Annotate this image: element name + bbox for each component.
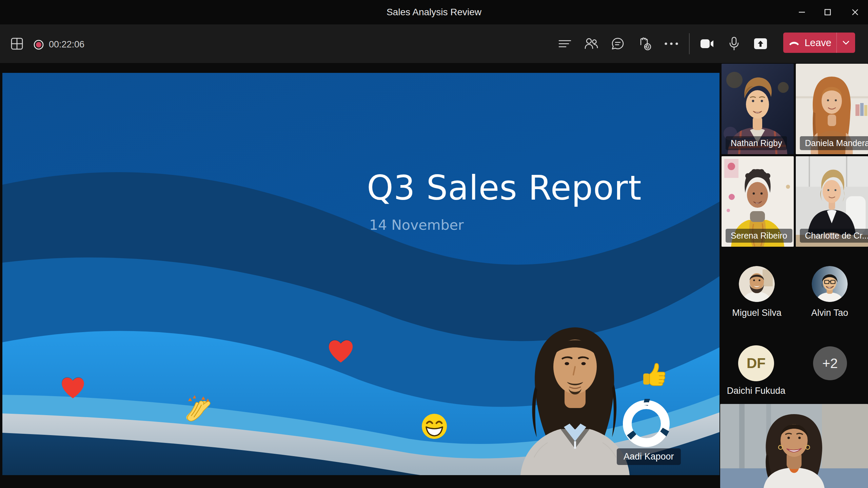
company-logo (621, 398, 672, 449)
avatar-photo (812, 266, 848, 302)
participant-name-label: Daniela Mandera (800, 136, 868, 150)
avatar-initials: DF (747, 355, 766, 371)
meeting-toolbar: 00:22:06 (0, 24, 868, 63)
leave-main[interactable]: Leave (783, 33, 836, 53)
more-options-button[interactable] (662, 34, 681, 54)
reactions-icon (637, 37, 652, 51)
reactions-button[interactable] (635, 34, 654, 54)
clap-reaction-icon (183, 394, 213, 423)
presenter-name-label: Aadi Kapoor (617, 448, 681, 465)
chat-icon (611, 37, 625, 51)
maximize-icon (824, 8, 831, 16)
recording-timer: 00:22:06 (49, 39, 84, 50)
minimize-icon (798, 8, 806, 16)
heart-reaction-icon (327, 337, 355, 365)
heart-reaction-icon (60, 375, 86, 400)
avatar-photo (739, 266, 775, 302)
overflow-count: +2 (822, 356, 838, 371)
participant-name-label: Serena Ribeiro (726, 229, 792, 243)
microphone-icon (728, 36, 740, 51)
microphone-button[interactable] (725, 34, 744, 54)
avatar-name-label: Daichi Fukuda (726, 386, 787, 396)
avatar-name-label: Alvin Tao (805, 308, 854, 318)
notes-icon (558, 37, 572, 50)
more-icon (664, 42, 679, 46)
close-button[interactable] (844, 0, 866, 24)
video-tile-nathan[interactable]: Nathan Rigby (722, 64, 794, 154)
video-tile-charlotte[interactable]: Charlotte de Cr... (796, 156, 868, 247)
notes-button[interactable] (555, 34, 574, 54)
participant-name-label: Nathan Rigby (726, 136, 787, 150)
chevron-down-icon (843, 41, 849, 45)
teams-meeting-window: Sales Analysis Review 00:22:06 (0, 0, 868, 488)
avatar-alvin[interactable] (812, 266, 848, 302)
participant-name-label: Charlotte de Cr... (800, 229, 868, 243)
avatar-name-label: Miguel Silva (732, 308, 782, 318)
recording-indicator (33, 39, 45, 52)
slide-date: 14 November (369, 217, 464, 233)
leave-options-button[interactable] (837, 33, 855, 53)
overflow-participants-badge[interactable]: +2 (813, 346, 847, 380)
close-icon (851, 8, 859, 16)
camera-button[interactable] (698, 34, 717, 54)
people-icon (584, 37, 599, 50)
video-tile-daniela[interactable]: Daniela Mandera (796, 64, 868, 154)
grinning-face-reaction-icon (421, 413, 448, 440)
toolbar-divider (689, 33, 690, 54)
window-title: Sales Analysis Review (0, 0, 868, 24)
minimize-button[interactable] (791, 0, 813, 24)
video-tile-serena[interactable]: Serena Ribeiro (722, 156, 794, 247)
camera-icon (699, 38, 715, 50)
shared-presentation-slide[interactable]: Q3 Sales Report 14 November (2, 73, 719, 475)
chat-button[interactable] (608, 34, 627, 54)
avatar-miguel[interactable] (739, 266, 775, 302)
change-view-button[interactable] (7, 34, 26, 54)
leave-label: Leave (805, 37, 831, 48)
avatar-initials-daichi[interactable]: DF (738, 345, 774, 381)
hang-up-icon (788, 40, 800, 45)
share-screen-button[interactable] (751, 34, 770, 54)
slide-title: Q3 Sales Report (367, 168, 642, 207)
share-screen-icon (753, 37, 768, 50)
title-bar: Sales Analysis Review (0, 0, 868, 24)
self-video-tile[interactable] (720, 404, 868, 488)
self-video (720, 404, 868, 488)
leave-button[interactable]: Leave (783, 33, 855, 53)
grid-view-icon (10, 37, 24, 50)
maximize-button[interactable] (816, 0, 839, 24)
record-icon (33, 39, 45, 51)
people-button[interactable] (582, 34, 601, 54)
